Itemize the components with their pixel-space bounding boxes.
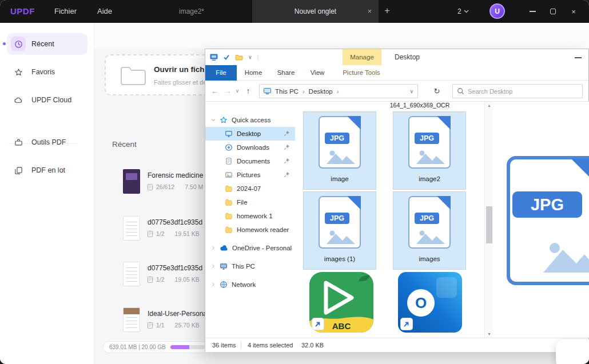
nav-item-2024-07[interactable]: 2024-07 [205,182,295,195]
pin-icon [284,130,290,138]
sidebar-item-label: Outils PDF [31,138,66,146]
nav-item-quick-access[interactable]: Quick access [205,113,295,127]
open-file-subtitle: Faites glisser et dép [154,79,210,86]
sidebar: Récent Favoris UPDF Cloud Outils PDF PD [0,23,94,364]
file-tile-image2[interactable]: JPG image2 [393,111,466,190]
nav-item-file[interactable]: File [205,195,295,209]
ribbon-tab-file[interactable]: File [205,65,237,81]
nav-item-onedrive[interactable]: OneDrive - Personal [205,241,295,255]
floating-widget[interactable] [556,339,589,364]
new-tab-button[interactable]: + [384,0,390,23]
sidebar-item-outils-pdf[interactable]: Outils PDF [7,131,87,153]
search-box[interactable] [452,84,583,98]
folder-icon[interactable] [235,54,243,61]
status-divider [241,341,241,349]
up-icon[interactable]: ↑ [243,81,253,102]
downloads-icon [225,143,233,151]
address-bar[interactable]: This PC › Desktop › ∨ [259,84,418,98]
breadcrumb-desktop[interactable]: Desktop [309,88,333,95]
folder-icon [225,212,233,220]
nav-item-downloads[interactable]: Downloads [205,141,295,154]
folder-icon [225,226,233,234]
tab-image2[interactable]: image2* [143,0,240,23]
nav-label: 2024-07 [237,185,261,192]
chevron-collapsed-icon[interactable] [211,264,216,269]
recent-locations-icon[interactable]: ∨ [234,81,241,102]
abc-app-icon: ABC [309,272,373,333]
explorer-app-icon[interactable] [210,54,218,61]
jpg-preview-badge: JPG [512,191,582,218]
chevron-expanded-icon[interactable] [211,118,216,122]
file-tile-image[interactable]: JPG image [303,111,376,190]
file-thumbnail [123,216,140,241]
avatar[interactable]: U [489,3,505,19]
nav-item-pictures[interactable]: Pictures [205,168,295,182]
page-icon [148,277,153,283]
address-dropdown-icon[interactable]: ∨ [409,89,413,94]
items-count: 36 items [212,338,236,352]
file-tile-abc-app[interactable]: ABC [309,272,373,333]
sidebar-item-recent[interactable]: Récent [7,33,87,55]
minimize-button[interactable] [523,0,542,23]
file-pages: 1/2 [156,230,165,237]
sidebar-item-label: Favoris [31,68,55,76]
nav-label: OneDrive - Personal [232,245,292,251]
shortcut-arrow-icon [401,318,412,330]
jpg-file-icon: JPG [319,196,361,249]
explorer-minimize-icon[interactable] [575,57,582,58]
maximize-button[interactable] [543,0,563,23]
chevron-collapsed-icon[interactable] [211,246,216,250]
file-tile-outlook[interactable]: O [398,272,462,333]
jpg-badge: JPG [325,213,349,224]
tab-count-dropdown[interactable]: 2 [457,0,469,23]
ribbon-tab-picture-tools[interactable]: Picture Tools [336,65,387,81]
scroll-up-icon[interactable]: ▲ [485,103,494,107]
scrollbar[interactable]: ▲ ▼ [484,102,493,338]
close-button[interactable]: × [564,0,583,23]
ribbon-tab-share[interactable]: Share [272,65,300,81]
file-tile-images[interactable]: JPG images [393,191,466,270]
navigation-pane: Quick access Desktop Downloads Documents… [205,102,295,338]
scrollbar-thumb[interactable] [486,206,492,243]
ribbon-tab-manage[interactable]: Manage [343,49,381,65]
chevron-right-icon[interactable]: › [303,88,305,95]
avatar-initial: U [495,7,500,15]
nav-item-homework-1[interactable]: homework 1 [205,209,295,223]
clock-icon [11,37,26,51]
checkmark-icon[interactable] [223,54,230,61]
sidebar-item-pdf-en-lot[interactable]: PDF en lot [7,159,87,181]
back-icon[interactable]: ← [210,81,220,102]
nav-item-this-pc[interactable]: This PC [205,259,295,273]
close-tab-icon[interactable]: × [367,0,372,23]
nav-item-desktop[interactable]: Desktop [205,127,295,141]
menu-fichier[interactable]: Fichier [54,0,77,23]
breadcrumb-this-pc[interactable]: This PC [275,88,299,95]
sidebar-item-favoris[interactable]: Favoris [7,61,87,83]
batch-pages-icon [11,163,26,178]
file-size: 19.51 KB [175,230,200,237]
forward-icon[interactable]: → [222,81,233,102]
ribbon-tab-view[interactable]: View [305,65,330,81]
qat-dropdown-icon[interactable]: ∨ [248,54,252,60]
nav-label: Desktop [237,130,261,137]
refresh-icon[interactable]: ↻ [431,84,443,98]
search-input[interactable] [468,88,565,95]
ribbon-tab-home[interactable]: Home [240,65,267,81]
tab-count: 2 [457,7,461,15]
chevron-right-icon[interactable]: › [337,88,339,95]
nav-item-documents[interactable]: Documents [205,154,295,168]
nav-item-homework-reader[interactable]: Homework reader [205,223,295,237]
menu-aide[interactable]: Aide [97,0,112,23]
sidebar-item-updf-cloud[interactable]: UPDF Cloud [7,89,87,111]
file-label: image [331,175,348,182]
chevron-collapsed-icon[interactable] [211,282,216,287]
file-tile-images-1[interactable]: JPG images (1) [303,191,376,270]
sidebar-item-label: UPDF Cloud [31,96,71,104]
nav-item-network[interactable]: Network [205,278,295,291]
jpg-file-icon: JPG [408,196,451,249]
file-pages: 1/1 [156,322,165,329]
photo-glyph [415,149,446,164]
scroll-down-icon[interactable]: ▼ [485,332,494,336]
tab-nouvel-onglet[interactable]: Nouvel onglet × [252,0,379,23]
file-label: images [419,255,440,262]
